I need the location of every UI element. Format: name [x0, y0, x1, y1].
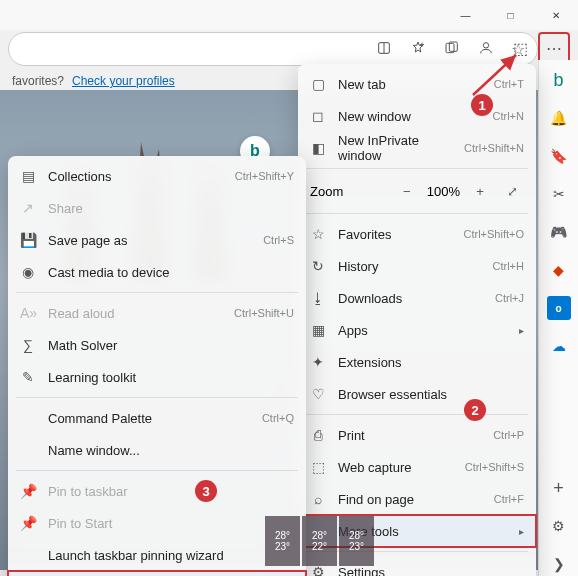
collections-icon[interactable] — [436, 32, 468, 64]
games-icon[interactable]: 🎮 — [547, 220, 571, 244]
tab-icon: ▢ — [310, 76, 326, 92]
pin-icon: 📌 — [20, 515, 36, 531]
chevron-right-icon: ▸ — [519, 526, 524, 537]
menu-separator — [306, 414, 528, 415]
find-item[interactable]: ⌕ Find on page Ctrl+F — [298, 483, 536, 515]
apps-icon: ▦ — [310, 322, 326, 338]
name-window-item[interactable]: Name window... — [8, 434, 306, 466]
weather-day: 28°23° — [339, 516, 374, 566]
notifications-icon[interactable]: 🔔 — [547, 106, 571, 130]
cast-item[interactable]: ◉ Cast media to device — [8, 256, 306, 288]
web-capture-item[interactable]: ⬚ Web capture Ctrl+Shift+S — [298, 451, 536, 483]
share-icon: ↗ — [20, 200, 36, 216]
new-inprivate-item[interactable]: ◧ New InPrivate window Ctrl+Shift+N — [298, 132, 536, 164]
weather-day: 28°22° — [302, 516, 337, 566]
callout-3: 3 — [195, 480, 217, 502]
print-item[interactable]: ⎙ Print Ctrl+P — [298, 419, 536, 451]
onedrive-icon[interactable]: ☁ — [547, 334, 571, 358]
add-sidebar-icon[interactable]: + — [547, 476, 571, 500]
read-aloud-item: A» Read aloud Ctrl+Shift+U — [8, 297, 306, 329]
right-sidebar: b 🔔 🔖 ✂ 🎮 ◆ o ☁ + ⚙ ❯ — [538, 60, 578, 576]
share-item: ↗ Share — [8, 192, 306, 224]
menu-separator — [306, 168, 528, 169]
tools-icon[interactable]: ✂ — [547, 182, 571, 206]
pin-icon: 📌 — [20, 483, 36, 499]
read-aloud-icon: A» — [20, 305, 36, 321]
reading-list-icon[interactable] — [368, 32, 400, 64]
outlook-icon[interactable]: o — [547, 296, 571, 320]
maximize-button[interactable]: □ — [488, 0, 533, 30]
weather-day: 28°23° — [265, 516, 300, 566]
math-icon: ∑ — [20, 337, 36, 353]
zoom-in-button[interactable]: + — [468, 184, 492, 199]
history-icon: ↻ — [310, 258, 326, 274]
extensions-icon: ✦ — [310, 354, 326, 370]
office-icon[interactable]: ◆ — [547, 258, 571, 282]
downloads-item[interactable]: ⭳ Downloads Ctrl+J — [298, 282, 536, 314]
menu-separator — [16, 470, 298, 471]
more-tools-submenu: ▤ Collections Ctrl+Shift+Y ↗ Share 💾 Sav… — [8, 156, 306, 576]
learning-icon: ✎ — [20, 369, 36, 385]
collections-icon: ▤ — [20, 168, 36, 184]
minimize-button[interactable]: — — [443, 0, 488, 30]
close-button[interactable]: ✕ — [533, 0, 578, 30]
new-window-item[interactable]: ◻ New window Ctrl+N — [298, 100, 536, 132]
download-icon: ⭳ — [310, 290, 326, 306]
save-icon: 💾 — [20, 232, 36, 248]
apps-item[interactable]: ▦ Apps ▸ — [298, 314, 536, 346]
pinning-wizard-item[interactable]: Launch taskbar pinning wizard — [8, 539, 306, 571]
fullscreen-button[interactable]: ⤢ — [500, 184, 524, 199]
callout-2: 2 — [464, 399, 486, 421]
main-menu: ▢ New tab Ctrl+T ◻ New window Ctrl+N ◧ N… — [298, 64, 536, 576]
learning-toolkit-item[interactable]: ✎ Learning toolkit — [8, 361, 306, 393]
save-page-item[interactable]: 💾 Save page as Ctrl+S — [8, 224, 306, 256]
chevron-right-icon: ▸ — [519, 325, 524, 336]
star-icon: ☆ — [310, 226, 326, 242]
print-icon: ⎙ — [310, 427, 326, 443]
bing-icon[interactable]: b — [547, 68, 571, 92]
zoom-value: 100% — [427, 184, 460, 199]
window-icon: ◻ — [310, 108, 326, 124]
pin-start-item: 📌 Pin to Start — [8, 507, 306, 539]
history-item[interactable]: ↻ History Ctrl+H — [298, 250, 536, 282]
check-profiles-link[interactable]: Check your profiles — [72, 74, 175, 88]
cast-icon: ◉ — [20, 264, 36, 280]
command-palette-item[interactable]: Command Palette Ctrl+Q — [8, 402, 306, 434]
pin-taskbar-item: 📌 Pin to taskbar — [8, 475, 306, 507]
favorites-item[interactable]: ☆ Favorites Ctrl+Shift+O — [298, 218, 536, 250]
weather-widget: 28°23° 28°22° 28°23° — [265, 516, 374, 566]
favorites-icon[interactable] — [402, 32, 434, 64]
search-icon: ⌕ — [310, 491, 326, 507]
svg-point-6 — [483, 43, 488, 48]
collapse-sidebar-icon[interactable]: ❯ — [547, 552, 571, 576]
shopping-icon[interactable]: 🔖 — [547, 144, 571, 168]
svg-line-7 — [473, 55, 516, 95]
favorites-text: favorites? — [12, 74, 64, 88]
task-manager-item[interactable]: Browser task manager Shift+Esc — [8, 571, 306, 576]
callout-arrow — [468, 50, 528, 100]
menu-separator — [16, 292, 298, 293]
math-solver-item[interactable]: ∑ Math Solver — [8, 329, 306, 361]
zoom-out-button[interactable]: − — [395, 184, 419, 199]
zoom-row: Zoom − 100% + ⤢ — [298, 173, 536, 209]
menu-separator — [16, 397, 298, 398]
callout-1: 1 — [471, 94, 493, 116]
collections-item[interactable]: ▤ Collections Ctrl+Shift+Y — [8, 160, 306, 192]
browser-essentials-item[interactable]: ♡ Browser essentials — [298, 378, 536, 410]
sidebar-settings-icon[interactable]: ⚙ — [547, 514, 571, 538]
menu-separator — [306, 213, 528, 214]
inprivate-icon: ◧ — [310, 140, 326, 156]
capture-icon: ⬚ — [310, 459, 326, 475]
title-bar: — □ ✕ — [0, 0, 578, 30]
extensions-item[interactable]: ✦ Extensions — [298, 346, 536, 378]
heart-icon: ♡ — [310, 386, 326, 402]
